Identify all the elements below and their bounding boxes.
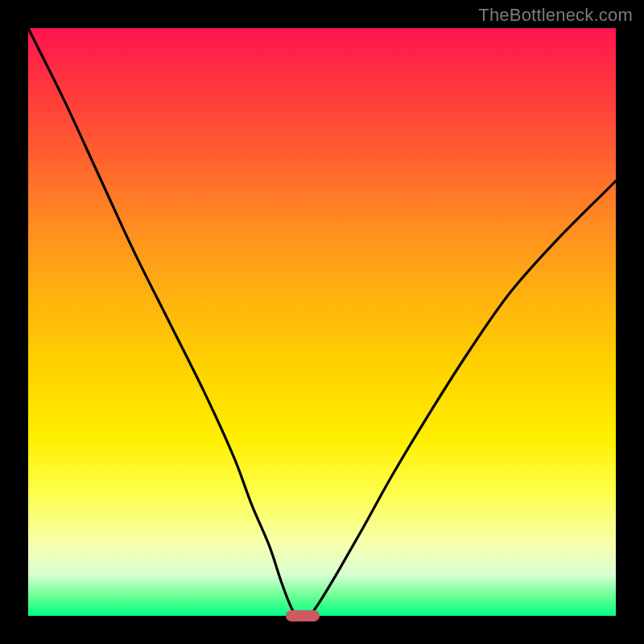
chart-frame: TheBottleneck.com <box>0 0 644 644</box>
minimum-marker <box>286 610 320 621</box>
plot-area <box>28 28 616 616</box>
right-branch-curve <box>310 181 616 616</box>
left-branch-curve <box>28 28 295 616</box>
watermark-text: TheBottleneck.com <box>478 5 633 26</box>
curve-layer <box>28 28 616 616</box>
